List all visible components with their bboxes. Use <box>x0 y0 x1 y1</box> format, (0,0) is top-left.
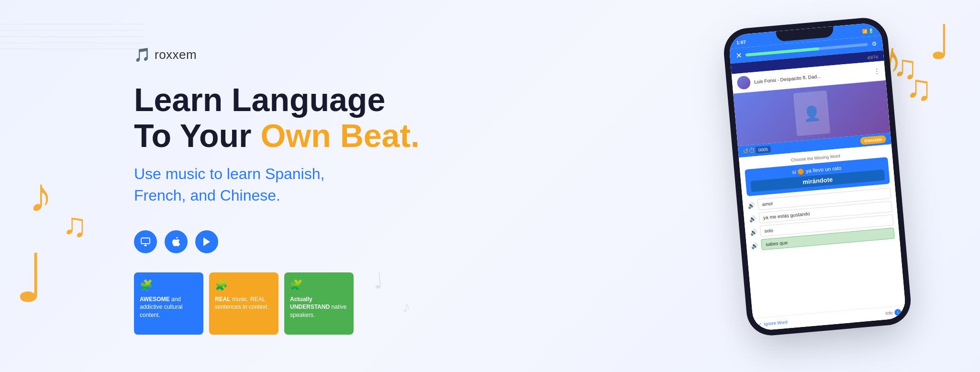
headline-highlight: Own Beat. <box>260 117 420 154</box>
card-real-text: REAL music. REAL sentences in context. <box>215 295 273 312</box>
feature-card-real: 🧩 REAL music. REAL sentences in context. <box>209 272 278 335</box>
progress-label: 40/74 <box>867 55 878 60</box>
play-platform-icon[interactable] <box>195 230 218 253</box>
info-label: Info <box>885 310 893 316</box>
status-time: 1:07 <box>736 39 746 45</box>
subtitle: Use music to learn Spanish, French, and … <box>134 163 683 206</box>
right-section: 1:07 📶 🔋 ✕ ⚙ <box>683 47 951 325</box>
toggle-icons: ⚙ <box>871 40 877 47</box>
phone-mockup: 1:07 📶 🔋 ✕ ⚙ <box>728 22 907 331</box>
platform-icons <box>134 230 683 253</box>
translate-button[interactable]: translate <box>860 135 887 145</box>
logo: 🎵 roxxem <box>134 47 683 63</box>
song-menu-icon[interactable]: ⋮ <box>873 67 880 75</box>
answer-icon-2[interactable]: 🔊 <box>749 215 757 222</box>
ignore-word[interactable]: ✓ Ignore Word <box>758 319 788 327</box>
answer-icon-1[interactable]: 🔊 <box>747 202 755 209</box>
card-awesome-icon: 🧩 <box>140 279 153 292</box>
phone-frame: 1:07 📶 🔋 ✕ ⚙ <box>728 22 907 331</box>
svg-marker-3 <box>203 237 210 246</box>
svg-rect-0 <box>141 238 150 244</box>
check-icon: ✓ <box>758 322 762 327</box>
page-container: 🎵 roxxem Learn Language To Your Own Beat… <box>0 0 980 372</box>
headline-line1: Learn Language <box>134 81 385 118</box>
toggle-switch[interactable]: ⚙ <box>871 40 877 47</box>
headline-line2-start: To Your <box>134 117 260 154</box>
video-person: 👤 <box>793 90 831 136</box>
answer-icon-4[interactable]: 🔊 <box>751 241 758 248</box>
logo-icon: 🎵 <box>134 47 151 63</box>
card-understand-icon: 🧩 <box>290 279 303 292</box>
close-icon[interactable]: ✕ <box>735 50 743 60</box>
answer-options: 🔊 amor 🔊 ya me estás gustando 🔊 solo <box>747 187 895 251</box>
apple-platform-icon[interactable] <box>165 230 188 253</box>
phone-screen: 1:07 📶 🔋 ✕ ⚙ <box>728 22 907 331</box>
feature-card-understand: 🧩 Actually UNDERSTAND native speakers. <box>284 272 354 335</box>
quiz-section: Choose the Missing Word sí 🟠 ya llevo un… <box>739 144 905 318</box>
feature-card-awesome: 🧩 AWESOME and addictive cultural content… <box>134 272 203 335</box>
subtitle-line2: French, and Chinese. <box>134 187 280 204</box>
left-section: 🎵 roxxem Learn Language To Your Own Beat… <box>29 37 683 334</box>
logo-text: roxxem <box>155 47 197 62</box>
card-understand-text: Actually UNDERSTAND native speakers. <box>290 295 348 319</box>
subtitle-line1: Use music to learn Spanish, <box>134 165 324 182</box>
timer-icon[interactable]: ⏱ <box>748 147 756 155</box>
song-title: Luis Fonsi - Despacito ft. Dad... <box>754 73 821 84</box>
desktop-platform-icon[interactable] <box>134 230 157 253</box>
feature-cards: 🧩 AWESOME and addictive cultural content… <box>134 272 683 335</box>
ignore-word-label: Ignore Word <box>764 319 788 326</box>
status-icons: 📶 🔋 <box>862 28 874 34</box>
info-icon: i <box>894 308 902 316</box>
progress-bar-fill <box>746 47 819 56</box>
headline: Learn Language To Your Own Beat. <box>134 82 683 154</box>
time-display: 0005 <box>755 146 771 154</box>
card-real-icon: 🧩 <box>215 279 228 292</box>
answer-icon-3[interactable]: 🔊 <box>750 228 757 235</box>
card-awesome-text: AWESOME and addictive cultural content. <box>140 295 198 319</box>
song-avatar <box>736 75 751 90</box>
info-button[interactable]: Info i <box>885 308 902 316</box>
